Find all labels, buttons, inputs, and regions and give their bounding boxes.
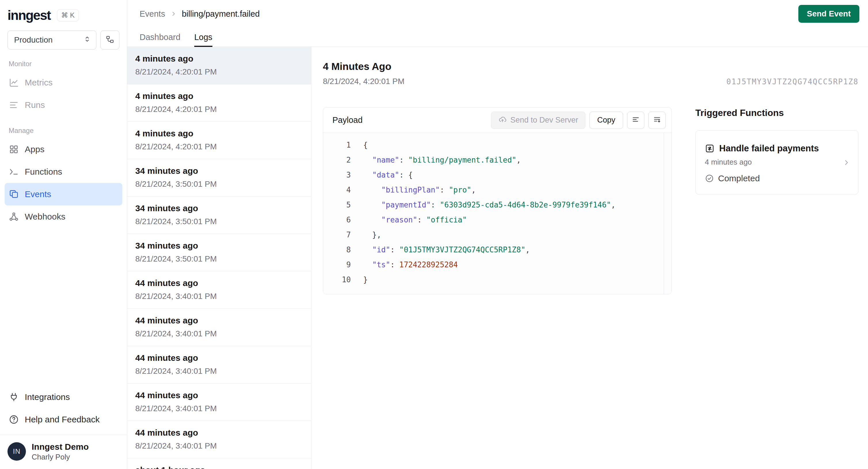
triggered-function-card[interactable]: Handle failed payments4 minutes agoCompl…	[695, 130, 859, 194]
line-number: 7	[346, 227, 351, 242]
chevron-right-icon	[842, 158, 851, 167]
sidebar-item-events[interactable]: Events	[5, 183, 122, 206]
event-list-item[interactable]: 44 minutes ago8/21/2024, 3:40:01 PM	[127, 383, 311, 421]
event-list-item[interactable]: 4 minutes ago8/21/2024, 4:20:01 PM	[127, 122, 311, 159]
event-timestamp: 8/21/2024, 3:50:01 PM	[135, 217, 303, 226]
event-timestamp: 8/21/2024, 4:20:01 PM	[135, 67, 303, 77]
code-line: "reason": "officia"	[363, 212, 672, 227]
avatar[interactable]: IN	[7, 442, 26, 461]
sidebar-item-webhooks[interactable]: Webhooks	[5, 206, 122, 228]
sidebar-item-help-and-feedback[interactable]: Help and Feedback	[5, 408, 122, 431]
event-relative-time: 4 minutes ago	[135, 128, 303, 139]
event-list-item[interactable]: 4 minutes ago8/21/2024, 4:20:01 PM	[127, 47, 311, 84]
function-run-time: 4 minutes ago	[705, 158, 849, 166]
sidebar-item-functions[interactable]: Functions	[5, 161, 122, 183]
format-lines-button[interactable]	[627, 112, 644, 129]
breadcrumb-current: billing/payment.failed	[182, 9, 260, 19]
sidebar-item-label: Metrics	[25, 78, 53, 88]
code-line: "ts": 1724228925284	[363, 257, 672, 272]
event-timestamp: 8/21/2024, 3:40:01 PM	[135, 404, 303, 413]
sidebar-item-label: Integrations	[25, 392, 70, 402]
integrations-icon	[9, 392, 19, 402]
logo-row: inngest ⌘ K	[0, 0, 127, 26]
events-icon	[9, 189, 19, 199]
apps-icon	[9, 144, 19, 155]
chevron-right-icon	[170, 10, 177, 18]
breadcrumb: Events billing/payment.failed	[140, 9, 260, 19]
event-list-item[interactable]: 44 minutes ago8/21/2024, 3:40:01 PM	[127, 421, 311, 458]
app-root: inngest ⌘ K Production MonitorMetricsRun…	[0, 0, 868, 469]
help-icon	[9, 414, 19, 425]
send-event-button[interactable]: Send Event	[798, 5, 859, 23]
sidebar: inngest ⌘ K Production MonitorMetricsRun…	[0, 0, 127, 469]
event-timestamp: 8/21/2024, 3:50:01 PM	[135, 254, 303, 264]
event-relative-time: 44 minutes ago	[135, 427, 303, 438]
sidebar-item-runs[interactable]: Runs	[5, 94, 122, 116]
environment-row: Production	[0, 26, 127, 50]
event-relative-time: 44 minutes ago	[135, 278, 303, 289]
line-number: 6	[346, 212, 351, 227]
event-timestamp: 8/21/2024, 3:40:01 PM	[135, 366, 303, 376]
event-list-item[interactable]: 34 minutes ago8/21/2024, 3:50:01 PM	[127, 159, 311, 196]
event-id: 01J5TMY3VJTZ2QG74QCC5RP1Z8	[726, 77, 859, 87]
environment-config-button[interactable]	[100, 31, 119, 50]
environment-select-value: Production	[14, 35, 53, 44]
event-list-item[interactable]: 44 minutes ago8/21/2024, 3:40:01 PM	[127, 271, 311, 309]
sidebar-item-apps[interactable]: Apps	[5, 138, 122, 161]
scroll-follow-button[interactable]	[648, 112, 666, 129]
select-chevrons-icon	[83, 35, 92, 45]
event-timestamp: 8/21/2024, 3:50:01 PM	[135, 179, 303, 189]
sidebar-item-label: Runs	[25, 100, 45, 110]
line-number: 10	[342, 272, 351, 287]
function-badge-icon	[705, 144, 715, 153]
sidebar-item-label: Help and Feedback	[25, 415, 100, 425]
topbar: Events billing/payment.failed Send Event	[127, 0, 868, 28]
event-list-item[interactable]: 44 minutes ago8/21/2024, 3:40:01 PM	[127, 309, 311, 346]
sidebar-item-metrics[interactable]: Metrics	[5, 71, 122, 94]
code-line: },	[363, 227, 672, 242]
triggered-functions-panel: Triggered Functions Handle failed paymen…	[695, 107, 859, 194]
payload-card: Payload Send to Dev Server Copy	[323, 107, 672, 294]
event-list-item[interactable]: 4 minutes ago8/21/2024, 4:20:01 PM	[127, 84, 311, 122]
line-number: 8	[346, 242, 351, 257]
event-relative-time: 34 minutes ago	[135, 165, 303, 176]
event-timestamp: 8/21/2024, 3:40:01 PM	[135, 441, 303, 451]
sidebar-footer: IntegrationsHelp and Feedback	[0, 386, 127, 435]
event-list-item[interactable]: 44 minutes ago8/21/2024, 3:40:01 PM	[127, 346, 311, 383]
payload-title: Payload	[332, 115, 363, 125]
detail-title: 4 Minutes Ago	[323, 60, 404, 73]
environment-select[interactable]: Production	[7, 31, 96, 50]
inngest-logo: inngest	[7, 7, 51, 23]
event-relative-time: 34 minutes ago	[135, 203, 303, 214]
event-list-item[interactable]: 34 minutes ago8/21/2024, 3:50:01 PM	[127, 196, 311, 234]
code-line: }	[363, 272, 672, 287]
user-row[interactable]: IN Inngest Demo Charly Poly	[0, 435, 127, 469]
event-list: 4 minutes ago8/21/2024, 4:20:01 PM4 minu…	[127, 47, 311, 469]
code-line: "paymentId": "6303d925-cda5-4d64-8b2e-99…	[363, 197, 672, 212]
sidebar-item-label: Apps	[25, 145, 44, 154]
command-k-shortcut[interactable]: ⌘ K	[57, 9, 79, 21]
tab-logs[interactable]: Logs	[194, 28, 212, 46]
line-number: 5	[346, 197, 351, 212]
nav-section-label: Manage	[0, 116, 127, 138]
payload-code: 12345678910 { "name": "billing/payment.f…	[323, 133, 672, 294]
sidebar-nav: MonitorMetricsRunsManageAppsFunctionsEve…	[0, 50, 127, 228]
sidebar-item-integrations[interactable]: Integrations	[5, 386, 122, 408]
send-to-dev-server-button[interactable]: Send to Dev Server	[491, 112, 585, 129]
sidebar-item-label: Functions	[25, 167, 62, 177]
tab-dashboard[interactable]: Dashboard	[140, 28, 181, 46]
line-number: 4	[346, 182, 351, 197]
event-list-item[interactable]: 34 minutes ago8/21/2024, 3:50:01 PM	[127, 234, 311, 271]
line-number: 2	[346, 153, 351, 167]
sidebar-item-label: Webhooks	[25, 212, 65, 222]
event-relative-time: 4 minutes ago	[135, 53, 303, 64]
event-list-item[interactable]: about 1 hour ago	[127, 458, 311, 469]
webhook-icon	[9, 212, 19, 222]
event-timestamp: 8/21/2024, 4:20:01 PM	[135, 104, 303, 114]
detail-timestamp: 8/21/2024, 4:20:01 PM	[323, 76, 404, 87]
breadcrumb-parent[interactable]: Events	[140, 9, 165, 19]
copy-button[interactable]: Copy	[589, 112, 623, 129]
event-relative-time: 44 minutes ago	[135, 352, 303, 364]
main-area: Events billing/payment.failed Send Event…	[127, 0, 868, 469]
user-subtitle: Charly Poly	[32, 452, 89, 462]
